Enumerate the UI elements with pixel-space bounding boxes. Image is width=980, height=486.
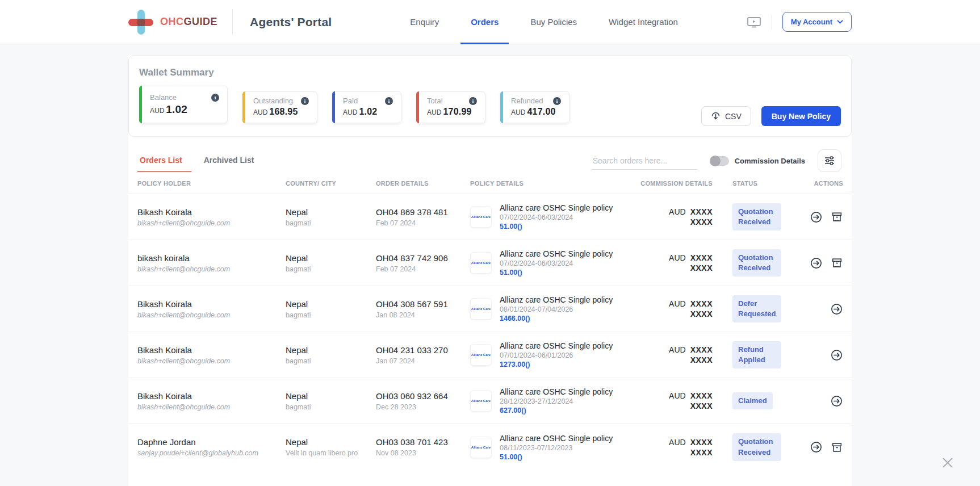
order-date: Jan 08 2024	[376, 311, 470, 319]
total-value: AUD170.99	[427, 107, 477, 117]
info-icon[interactable]: i	[301, 97, 309, 105]
commission-details-toggle[interactable]	[710, 156, 729, 166]
header-divider	[772, 15, 772, 30]
policy-holder-cell: Bikash Koirala bikash+client@ohcguide.co…	[137, 207, 286, 227]
country: Nepal	[286, 437, 376, 447]
view-order-button[interactable]	[810, 441, 823, 454]
info-icon[interactable]: i	[469, 97, 477, 105]
view-order-button[interactable]	[830, 303, 843, 316]
actions-cell	[795, 257, 843, 270]
table-row: Bikash Koirala bikash+client@ohcguide.co…	[128, 286, 852, 332]
info-icon[interactable]: i	[211, 94, 219, 102]
country-city-cell: Nepal Velit in quam libero pro	[286, 437, 376, 457]
nav-item-buy-policies[interactable]: Buy Policies	[520, 0, 587, 44]
policy-details-cell: Allianz Care Allianz care OSHC Single po…	[470, 203, 640, 231]
archive-order-button[interactable]	[831, 211, 843, 223]
status-cell: Quotation Received	[732, 433, 795, 460]
status-cell: Quotation Received	[732, 203, 795, 231]
commission-value-2: XXXX	[690, 448, 713, 457]
close-icon[interactable]	[938, 453, 957, 472]
status-cell: Defer Requested	[732, 295, 795, 322]
commission-details-toggle-label: Commission Details	[735, 157, 805, 165]
policy-holder-cell: Bikash Koirala bikash+client@ohcguide.co…	[137, 391, 286, 411]
policy-price[interactable]: 51.00()	[500, 223, 613, 231]
country: Nepal	[286, 299, 376, 309]
commission-cell: AUDXXXX XXXX	[640, 299, 732, 319]
arrow-right-circle-icon	[810, 441, 823, 454]
nav-item-widget-integration[interactable]: Widget Integration	[598, 0, 688, 44]
archive-order-button[interactable]	[831, 257, 843, 269]
balance-label: Balance	[150, 93, 177, 102]
col-actions: ACTIONS	[795, 180, 843, 187]
holder-email: sanjay.poudel+client@globalyhub.com	[137, 449, 286, 457]
archive-order-button[interactable]	[831, 441, 843, 454]
view-order-button[interactable]	[830, 395, 843, 408]
balance-value: AUD1.02	[150, 103, 219, 116]
col-order-details: ORDER DETAILS	[376, 180, 470, 187]
refunded-label: Refunded	[511, 97, 543, 105]
wallet-summary-panel: Wallet Summary Balance i AUD1.02 Outstan…	[128, 55, 852, 137]
arrow-right-circle-icon	[830, 303, 843, 316]
brand-divider	[232, 9, 233, 35]
chevron-down-icon	[837, 20, 843, 24]
policy-price[interactable]: 1466.00()	[500, 315, 613, 322]
insurer-logo: Allianz Care	[470, 390, 492, 412]
country-city-cell: Nepal bagmati	[286, 253, 376, 273]
order-date: Dec 28 2023	[376, 403, 470, 411]
refunded-value: AUD417.00	[511, 107, 561, 117]
status-badge: Claimed	[732, 392, 773, 409]
country: Nepal	[286, 207, 376, 217]
nav-item-enquiry[interactable]: Enquiry	[400, 0, 449, 44]
commission-currency: AUD	[669, 438, 686, 447]
col-policy-holder: POLICY HOLDER	[137, 180, 286, 187]
holder-name: Bikash Koirala	[137, 299, 286, 309]
filter-button[interactable]	[818, 149, 841, 172]
order-id: OH04 869 378 481	[376, 207, 470, 217]
order-details-cell: OH03 038 701 423 Nov 08 2023	[376, 437, 470, 457]
nav-item-orders[interactable]: Orders	[460, 0, 509, 44]
commission-cell: AUDXXXX XXXX	[640, 207, 732, 227]
archive-box-icon	[831, 257, 843, 269]
city: bagmati	[286, 311, 376, 319]
search-input[interactable]	[592, 152, 697, 170]
brand: OHCGUIDE Agents' Portal	[128, 9, 332, 35]
insurer-logo: Allianz Care	[470, 437, 492, 458]
order-date: Feb 07 2024	[376, 219, 470, 227]
status-cell: Refund Applied	[732, 341, 795, 368]
view-order-button[interactable]	[830, 349, 843, 362]
view-order-button[interactable]	[810, 211, 823, 224]
commission-cell: AUDXXXX XXXX	[640, 438, 732, 457]
buy-new-policy-button[interactable]: Buy New Policy	[761, 106, 841, 126]
table-row: Bikash Koirala bikash+client@ohcguide.co…	[128, 378, 852, 424]
tab-orders-list[interactable]: Orders List	[139, 150, 183, 172]
ohcguide-logo-icon	[128, 10, 153, 35]
orders-table-header: POLICY HOLDER COUNTRY/ CITY ORDER DETAIL…	[128, 180, 852, 194]
info-icon[interactable]: i	[553, 97, 561, 105]
view-order-button[interactable]	[810, 257, 823, 270]
commission-currency: AUD	[669, 253, 686, 262]
export-csv-button[interactable]: CSV	[701, 106, 751, 126]
policy-price[interactable]: 627.00()	[500, 407, 613, 414]
filter-sliders-icon	[824, 156, 835, 165]
order-details-cell: OH03 060 932 664 Dec 28 2023	[376, 391, 470, 411]
refunded-accent-bar	[500, 91, 503, 123]
policy-price[interactable]: 51.00()	[500, 269, 613, 276]
policy-name: Allianz care OSHC Single policy	[500, 434, 613, 443]
city: bagmati	[286, 403, 376, 411]
total-accent-bar	[416, 91, 419, 123]
table-row: Bikash Koirala bikash+client@ohcguide.co…	[128, 194, 852, 240]
col-commission-details: COMMISSION DETAILS	[640, 180, 732, 187]
download-icon	[711, 111, 721, 121]
info-icon[interactable]: i	[385, 97, 393, 105]
video-tutorial-icon[interactable]	[747, 16, 761, 28]
policy-price[interactable]: 1273.00()	[500, 361, 613, 368]
policy-price[interactable]: 51.00()	[500, 453, 613, 461]
commission-value-2: XXXX	[690, 309, 713, 319]
paid-accent-bar	[332, 91, 335, 123]
policy-name: Allianz care OSHC Single policy	[500, 295, 613, 304]
tab-archived-list[interactable]: Archived List	[203, 150, 256, 172]
my-account-button[interactable]: My Account	[782, 12, 852, 32]
arrow-right-circle-icon	[830, 349, 843, 362]
policy-period: 08/11/2023-07/12/2023	[500, 444, 613, 452]
orders-table-body: Bikash Koirala bikash+client@ohcguide.co…	[128, 194, 852, 470]
